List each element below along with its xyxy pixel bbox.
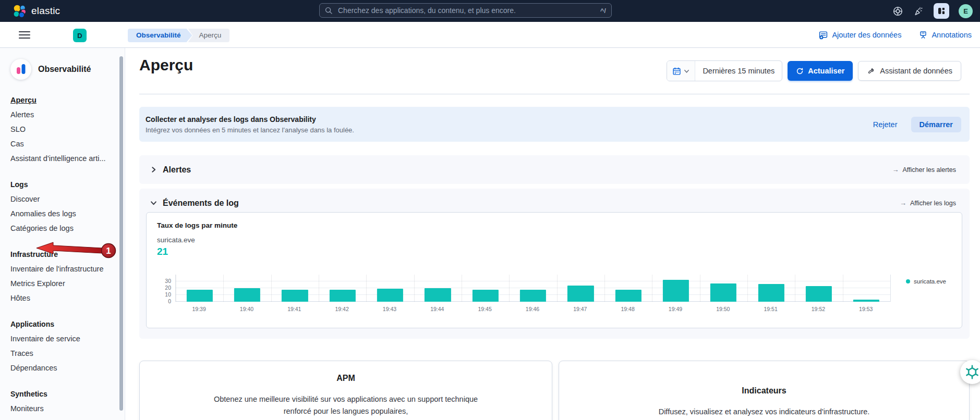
x-axis-label-19:40: 19:40 [223,306,270,312]
arrow-right-icon: → [900,199,906,207]
data-assistant-label: Assistant de données [880,67,952,75]
sidebar-item-traces[interactable]: Traces [10,346,112,361]
show-alerts-link[interactable]: → Afficher les alertes [892,155,956,184]
help-icon[interactable] [892,5,903,17]
sidebar-scrollbar[interactable] [119,56,123,411]
x-axis-label-19:41: 19:41 [271,306,318,312]
y-axis-label-10: 10 [165,291,171,298]
chart-bar-19:51 [758,284,784,302]
chart-slot-19:51 [747,275,795,302]
page-title: Aperçu [139,56,193,74]
chart-bar-19:50 [710,283,736,302]
refresh-icon [796,67,804,75]
global-search[interactable]: ^/ [319,3,612,18]
sidebar-item-assistant-d-intelligence-arti[interactable]: Assistant d'intelligence arti... [10,151,112,166]
banner-texts: Collecter et analyser des logs dans Obse… [139,115,354,134]
sidebar-item-anomalies-des-logs[interactable]: Anomalies des logs [10,206,112,221]
start-button[interactable]: Démarrer [911,117,962,132]
chart-slot-19:44 [414,275,462,302]
sidebar-item-slo[interactable]: SLO [10,122,112,137]
metrics-card-title: Indicateurs [559,386,969,396]
sidebar-item-metrics-explorer[interactable]: Metrics Explorer [10,276,112,291]
sidebar-item-moniteurs[interactable]: Moniteurs [10,401,112,416]
chart-bar-19:53 [853,300,879,302]
sidebar-item-discover[interactable]: Discover [10,192,112,206]
x-axis-label-19:48: 19:48 [604,306,651,312]
date-picker-toggle[interactable] [667,61,695,81]
menu-icon[interactable] [18,29,31,41]
chart-slot-19:49 [652,275,699,302]
sidebar-item-hotes[interactable]: Hôtes [10,291,112,305]
user-avatar[interactable]: E [959,4,973,18]
log-rate-chart-card: Taux de logs par minute suricata.eve 21 … [146,212,962,328]
sidebar-item-categories-de-logs[interactable]: Catégories de logs [10,221,112,236]
chevron-right-icon [150,166,157,173]
header-divider [139,94,970,94]
openai-icon [965,365,979,379]
sidebar-heading-synthetics: Synthetics [10,387,112,401]
sidebar-item-apercu[interactable]: Aperçu [10,93,112,107]
dismiss-button[interactable]: Rejeter [873,120,898,129]
chart-bar-19:40 [234,288,260,302]
bar-chart-plot [175,275,891,302]
alerts-section-title: Alertes [163,165,191,175]
refresh-button[interactable]: Actualiser [788,61,853,81]
log-events-section: Événements de log → Afficher les logs Ta… [139,189,970,339]
header-icon-group: E [892,0,973,22]
metric-value: 21 [157,246,168,257]
add-data-button[interactable]: Ajouter des données [819,31,901,40]
chart-bar-19:46 [520,290,546,302]
chart-bar-19:44 [425,288,451,302]
legend-dot-icon [906,279,910,283]
chart-slot-19:52 [795,275,842,302]
elastic-logo[interactable]: elastic [13,0,60,22]
x-axis-label-19:39: 19:39 [175,306,223,312]
chart-title: Taux de logs par minute [157,221,237,229]
apps-menu-icon[interactable] [934,3,949,19]
annotations-button[interactable]: Annotations [919,31,972,39]
breadcrumb-observability[interactable]: Observabilité [128,29,192,42]
legend-label: suricata.eve [914,278,946,285]
apm-card[interactable]: APM Obtenez une meilleure visibilité sur… [139,361,552,420]
chart-slot-19:43 [366,275,414,302]
alerts-accordion-toggle[interactable]: Alertes [150,155,191,184]
time-range-label[interactable]: Dernières 15 minutes [695,67,782,75]
apm-card-text: Obtenez une meilleure visibilité sur vos… [200,393,492,417]
time-range-picker[interactable]: Dernières 15 minutes [667,60,782,81]
chart-bar-19:43 [377,289,403,302]
sidebar-title-label: Observabilité [38,65,91,74]
y-axis-label-30: 30 [165,278,171,284]
x-axis-label-19:42: 19:42 [318,306,366,312]
chart-slot-19:48 [604,275,652,302]
search-input[interactable] [337,6,596,15]
logs-onboarding-banner: Collecter et analyser des logs dans Obse… [139,107,970,142]
elastic-logo-icon [13,4,27,18]
x-axis-label-19:49: 19:49 [651,306,699,312]
chart-bar-19:42 [330,290,356,302]
y-axis: 0102030 [147,275,171,302]
sidebar-item-alertes[interactable]: Alertes [10,107,112,122]
chat-assistant-bubble[interactable] [960,360,980,384]
chart-slot-19:46 [509,275,556,302]
news-icon[interactable] [913,5,924,17]
x-axis-label-19:51: 19:51 [747,306,794,312]
sidebar-heading-applications: Applications [10,317,112,331]
add-data-label: Ajouter des données [832,31,901,39]
chart-legend[interactable]: suricata.eve [906,278,946,285]
elastic-observability-app: elastic ^/ [0,0,980,420]
x-axis-label-19:44: 19:44 [414,306,461,312]
sidebar-item-inventaire-de-service[interactable]: Inventaire de service [10,331,112,346]
space-badge[interactable]: D [73,29,87,42]
breadcrumb-overview: Aperçu [188,29,230,42]
refresh-label: Actualiser [808,67,844,75]
add-data-icon [819,31,828,40]
sidebar-item-inventaire-de-l-infrastructure[interactable]: Inventaire de l'infrastructure [10,262,112,276]
annotations-label: Annotations [931,31,972,39]
metrics-card-text: Diffusez, visualisez et analysez vos ind… [602,406,926,418]
x-axis-label-19:43: 19:43 [366,306,413,312]
sidebar-item-dependances[interactable]: Dépendances [10,361,112,375]
metrics-card[interactable]: Indicateurs Diffusez, visualisez et anal… [559,361,970,420]
data-assistant-button[interactable]: Assistant de données [858,61,961,81]
chevron-down-icon [684,68,689,74]
sidebar-item-cas[interactable]: Cas [10,137,112,151]
